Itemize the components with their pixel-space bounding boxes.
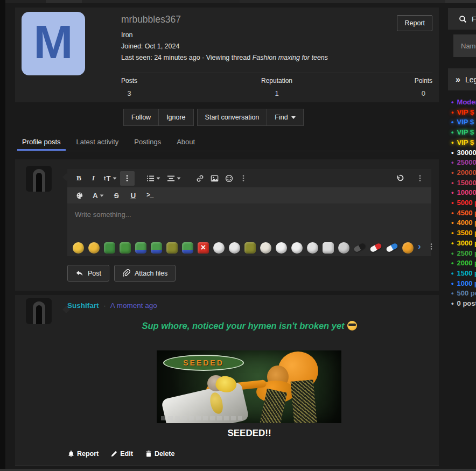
orange-face-emote[interactable] (402, 242, 414, 254)
legend-item: 3000 posts (448, 238, 476, 249)
insert-smiley-button[interactable] (222, 171, 236, 186)
cool-face-emote[interactable] (88, 242, 100, 254)
blue-pill-emote[interactable] (386, 242, 398, 252)
red-x-emote[interactable] (198, 242, 209, 254)
profile-tab[interactable]: Latest activity (72, 133, 124, 151)
bullet-list-icon (146, 174, 155, 182)
profile-stats: Posts 3 Reputation 1 Points 0 (121, 77, 432, 98)
legend-item: 25000 posts (448, 158, 476, 168)
bold-button[interactable]: B (72, 171, 86, 186)
highlight-color-button[interactable] (73, 188, 87, 203)
editor-menu-button[interactable] (412, 171, 427, 186)
underline-button[interactable]: U (126, 188, 141, 203)
trash-icon (145, 450, 152, 458)
legend-item: 30000 posts (448, 148, 476, 158)
font-color-button[interactable]: A (89, 188, 107, 203)
pepe-stare-emote[interactable] (135, 242, 146, 254)
profile-header-card: M mrbubbles367 Iron Joined: Oct 1, 2024 … (15, 8, 439, 102)
avatar-letter: M (33, 18, 73, 66)
profile-avatar[interactable]: M (22, 12, 85, 75)
bell-icon (67, 450, 75, 458)
undo-button[interactable] (392, 171, 407, 186)
pepe-cool-emote[interactable] (182, 242, 193, 254)
font-size-button[interactable]: tT (101, 171, 120, 186)
image-icon (211, 174, 219, 182)
composer-user-avatar[interactable] (26, 166, 52, 192)
vertical-dots-icon[interactable] (428, 243, 435, 250)
post-author-avatar[interactable] (26, 298, 52, 324)
member-name-input[interactable] (453, 34, 476, 57)
legend-header[interactable]: » Legend (448, 68, 476, 90)
profile-tab[interactable]: About (172, 133, 200, 151)
profile-joined: Joined: Oct 1, 2024 (121, 43, 396, 50)
pepe-laugh-emote[interactable] (104, 242, 115, 254)
legend-item: 0 posts (448, 299, 476, 309)
black-pill-emote[interactable] (353, 242, 366, 252)
pepe-wide-emote[interactable] (151, 242, 162, 254)
wojak-cry2-emote[interactable] (276, 242, 287, 254)
legend-item: 20000 posts (448, 168, 476, 178)
editor-toolbar-extra: A S U >_ (67, 187, 431, 203)
wojak-sketch-emote[interactable] (307, 242, 318, 254)
cool-shades-emote (347, 321, 357, 331)
profile-rank: Iron (121, 31, 396, 39)
post-button[interactable]: Post (67, 265, 109, 282)
italic-button[interactable]: I (86, 171, 101, 186)
profile-action-buttons: Follow Ignore Start conversation Find (123, 109, 307, 126)
post-header: Sushifart · A moment ago (67, 301, 157, 310)
shrek-small-emote[interactable] (244, 242, 256, 254)
legend-item: VIP $ (448, 138, 476, 148)
follow-button[interactable]: Follow (123, 109, 159, 126)
find-member-button[interactable]: Find member (448, 8, 476, 30)
strip-seg (240, 0, 445, 3)
post-author-name[interactable]: Sushifart (67, 301, 99, 310)
profile-username: mrbubbles367 (121, 14, 396, 25)
start-conversation-button[interactable]: Start conversation (197, 109, 268, 126)
reply-arrow-icon (75, 269, 83, 277)
profile-tab[interactable]: Postings (129, 133, 166, 151)
legend-item: 2000 posts (448, 258, 476, 269)
report-user-button[interactable]: Report (397, 15, 432, 31)
profile-info: mrbubbles367 Iron Joined: Oct 1, 2024 La… (121, 14, 396, 61)
viewing-thread-title[interactable]: Fashion maxing for teens (253, 54, 328, 61)
caret-down-icon (100, 194, 103, 196)
toolbar-overflow-button[interactable] (236, 171, 251, 186)
wojak-plain-emote[interactable] (229, 242, 240, 254)
post-timestamp[interactable]: A moment ago (110, 301, 157, 310)
ignore-button[interactable]: Ignore (158, 109, 193, 126)
find-dropdown-button[interactable]: Find (267, 109, 303, 126)
wojak-hood-emote[interactable] (260, 242, 271, 254)
window-bottom-edge (0, 469, 476, 471)
wojak-gray-emote[interactable] (338, 242, 349, 254)
edit-post-link[interactable]: Edit (110, 450, 133, 458)
shrek-emote[interactable] (166, 242, 178, 254)
list-button[interactable] (143, 171, 164, 186)
meme-seeded-badge: SEEDED (163, 355, 244, 371)
attach-files-button[interactable]: Attach files (114, 265, 176, 282)
meme-watermark (161, 416, 242, 420)
wojak-soy-emote[interactable] (291, 242, 303, 254)
insert-link-button[interactable] (193, 171, 207, 186)
red-pill-emote[interactable] (369, 242, 382, 252)
meme-mesh-leg (291, 379, 317, 423)
strikethrough-button[interactable]: S (109, 188, 124, 203)
delete-post-link[interactable]: Delete (145, 450, 175, 458)
profile-post: Sushifart · A moment ago Sup whore, noti… (15, 295, 439, 466)
more-formatting-button[interactable] (120, 171, 135, 186)
composer-text-input[interactable]: Write something... (67, 203, 431, 239)
post-meme-image[interactable]: SEEDED (157, 350, 341, 423)
pepe-lean-emote[interactable] (120, 242, 131, 254)
emoji-scroll-arrow-icon[interactable]: › (418, 241, 421, 252)
vertical-dots-icon (123, 174, 131, 182)
align-button[interactable] (164, 171, 184, 186)
blush-face-emote[interactable] (73, 242, 84, 254)
report-post-link[interactable]: Report (67, 450, 99, 458)
stat: Posts 3 (121, 77, 225, 98)
profile-post-composer-card: B I tT (15, 159, 439, 291)
gigachad-emote[interactable] (323, 242, 334, 254)
window-left-edge (0, 0, 5, 471)
wojak-cry-emote[interactable] (213, 242, 225, 254)
profile-tab[interactable]: Profile posts (17, 133, 66, 151)
insert-image-button[interactable] (207, 171, 222, 186)
code-block-button[interactable]: >_ (143, 188, 157, 203)
